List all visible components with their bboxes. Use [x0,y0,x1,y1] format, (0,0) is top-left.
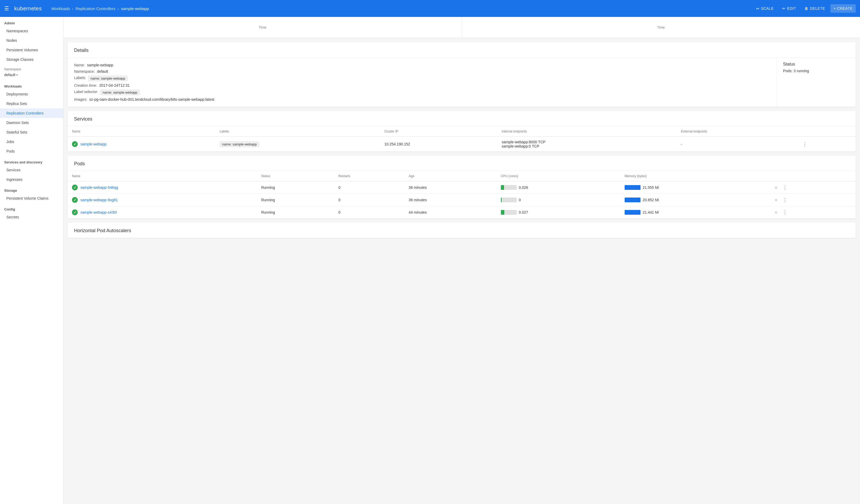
service-name-link[interactable]: sample-webapp [81,142,106,146]
breadcrumb-workloads[interactable]: Workloads [51,6,70,11]
pods-label: Pods: [783,69,792,73]
pods-section: Pods Name Status Restarts Age CPU (cores… [68,156,856,218]
sidebar-item-secrets[interactable]: Secrets [0,212,63,222]
services-header-row: Name Labels Cluster IP Internal endpoint… [68,126,856,137]
cpu-bar-2 [501,210,517,215]
service-internal-ep: sample-webapp:8000 TCP sample-webapp:0 T… [498,137,677,152]
sidebar-item-nodes[interactable]: Nodes [0,36,63,45]
pods-title: Pods [68,156,856,171]
pod-logs-icon-2[interactable]: ≡ [773,209,779,216]
storage-header: Storage [0,184,63,193]
pod-restarts-2: 0 [334,206,404,219]
images-label: Images: [74,97,87,102]
edit-button[interactable]: ✏ EDIT [779,4,799,13]
cpu-value-2: 0.027 [519,210,528,214]
pods-header-row: Name Status Restarts Age CPU (cores) Mem… [68,171,856,182]
sidebar-item-daemon-sets[interactable]: Daemon Sets [0,118,63,128]
pod-name-cell-1: ✓ sample-webapp-9xg81 [68,194,257,206]
create-button[interactable]: + CREATE [830,4,856,13]
pod-name-cell-2: ✓ sample-webapp-s43t0 [68,206,257,219]
menu-icon[interactable]: ☰ [4,5,9,12]
cpu-value-0: 0.026 [519,185,528,190]
creation-label: Creation time: [74,83,97,87]
col-actions [796,126,856,137]
namespace-select[interactable]: default ▾ [4,73,59,77]
sidebar-item-pods[interactable]: Pods [0,146,63,156]
workloads-header: Workloads [0,80,63,89]
pod-more-icon-2[interactable]: ⋮ [780,208,789,216]
labels-label: Labels: [74,76,86,80]
breadcrumb-replication-controllers[interactable]: Replication Controllers [76,6,116,11]
chevron-down-icon: ▾ [16,73,18,76]
pod-actions-1: ≡ ⋮ [769,194,856,206]
sidebar-item-namespaces[interactable]: Namespaces [0,26,63,36]
pod-age-0: 36 minutes [404,182,497,194]
services-table-container: Name Labels Cluster IP Internal endpoint… [68,126,856,152]
pod-actions-0: ≡ ⋮ [769,182,856,194]
sidebar-item-persistent-volume-claims[interactable]: Persistent Volume Claims [0,193,63,203]
cpu-value-1: 0 [519,198,521,202]
sidebar-item-stateful-sets[interactable]: Stateful Sets [0,128,63,137]
images-value: sz-pg-oam-docker-hub-001.tendcloud.com/l… [89,97,214,102]
pod-col-age: Age [404,171,497,182]
services-table: Name Labels Cluster IP Internal endpoint… [68,126,856,152]
sidebar-item-services[interactable]: Services [0,165,63,175]
cpu-bar-container-0: 0.026 [501,185,616,190]
pod-logs-icon-0[interactable]: ≡ [773,184,779,191]
delete-button[interactable]: 🗑 DELETE [801,4,828,13]
services-header: Services and discovery [0,156,63,165]
pod-col-actions [769,171,856,182]
pod-name-group-0: ✓ sample-webapp-546qg [72,185,253,190]
pod-cpu-1: 0 [497,194,620,206]
cpu-bar-1 [501,198,517,202]
service-row-actions: ⋮ [796,137,856,152]
chart-left-label: Time [259,25,266,29]
name-label: Name: [74,63,85,67]
topnav: ☰ kubernetes Workloads › Replication Con… [0,0,860,17]
pod-memory-1: 20.852 Mi [620,194,769,206]
pod-more-icon-1[interactable]: ⋮ [780,196,789,204]
pod-status-icon-2: ✓ [72,210,78,215]
sidebar-item-replica-sets[interactable]: Replica Sets [0,99,63,109]
pod-col-name: Name [68,171,257,182]
service-name-cell: ✓ sample-webapp [68,137,216,152]
sidebar-item-persistent-volumes[interactable]: Persistent Volumes [0,45,63,55]
cpu-bar-container-1: 0 [501,198,616,202]
mem-value-0: 21.555 Mi [643,185,659,190]
mem-value-1: 20.852 Mi [643,198,659,202]
sidebar: Admin Namespaces Nodes Persistent Volume… [0,17,63,504]
chart-area: Time Time [63,17,860,38]
col-cluster-ip: Cluster IP [380,126,498,137]
edit-icon: ✏ [782,6,786,11]
sidebar-item-deployments[interactable]: Deployments [0,89,63,99]
service-cluster-ip: 10.254.190.152 [380,137,498,152]
pod-more-icon-0[interactable]: ⋮ [780,184,789,191]
details-right: Status Pods: 3 running [776,58,856,107]
autoscalers-section: Horizontal Pod Autoscalers [68,222,856,238]
sidebar-item-storage-classes[interactable]: Storage Classes [0,55,63,64]
pod-logs-icon-1[interactable]: ≡ [773,197,779,203]
sidebar-item-ingresses[interactable]: Ingresses [0,175,63,184]
pod-restarts-1: 0 [334,194,404,206]
scale-button[interactable]: ⇔ SCALE [753,4,777,13]
pod-status-1: Running [257,194,334,206]
pods-tbody: ✓ sample-webapp-546qg Running 0 36 minut… [68,182,856,219]
status-title: Status [783,62,849,67]
chart-left: Time [63,17,462,38]
pod-name-link-1[interactable]: sample-webapp-9xg81 [81,198,118,202]
services-thead: Name Labels Cluster IP Internal endpoint… [68,126,856,137]
pod-age-2: 44 minutes [404,206,497,219]
cpu-bar-container-2: 0.027 [501,210,616,215]
service-more-icon[interactable]: ⋮ [800,140,809,148]
pod-name-link-0[interactable]: sample-webapp-546qg [81,185,118,190]
service-external-ep: - [677,137,796,152]
pods-table-container: Name Status Restarts Age CPU (cores) Mem… [68,171,856,218]
pod-status-2: Running [257,206,334,219]
pod-name-cell-0: ✓ sample-webapp-546qg [68,182,257,194]
sidebar-item-replication-controllers[interactable]: Replication Controllers [0,109,63,118]
name-value: sample-webapp [87,63,113,67]
pod-name-group-2: ✓ sample-webapp-s43t0 [72,210,253,215]
services-section: Services Name Labels Cluster IP Internal… [68,111,856,152]
sidebar-item-jobs[interactable]: Jobs [0,137,63,146]
pod-name-link-2[interactable]: sample-webapp-s43t0 [81,210,117,214]
